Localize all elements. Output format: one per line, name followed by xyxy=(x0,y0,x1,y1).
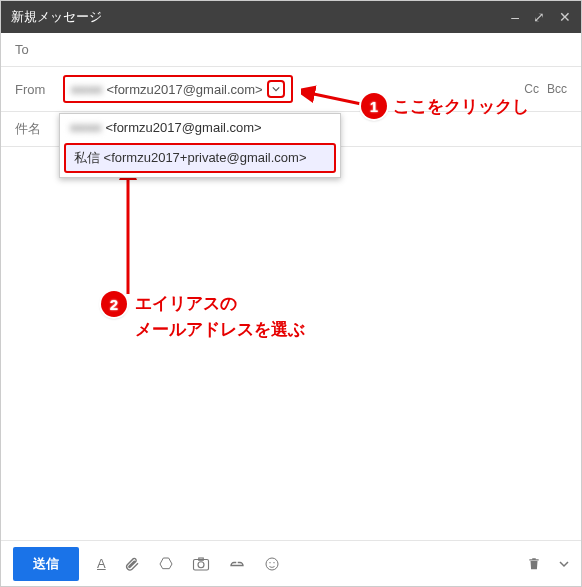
step-badge-1: 1 xyxy=(361,93,387,119)
svg-point-5 xyxy=(266,558,278,570)
option1-name-masked: ■■■■ xyxy=(70,120,101,135)
compose-title: 新規メッセージ xyxy=(11,8,511,26)
compose-toolbar: 送信 A xyxy=(1,540,581,586)
compose-header: 新規メッセージ – ⤢ ✕ xyxy=(1,1,581,33)
from-option-default[interactable]: ■■■■ <formzu2017@gmail.com> xyxy=(60,114,340,141)
svg-point-6 xyxy=(269,562,270,563)
format-icon[interactable]: A xyxy=(97,556,106,571)
from-dropdown-menu: ■■■■ <formzu2017@gmail.com> 私信 <formzu20… xyxy=(59,113,341,178)
to-row[interactable]: To xyxy=(1,33,581,67)
step-text-1: ここをクリックし xyxy=(393,95,529,118)
option1-email: <formzu2017@gmail.com> xyxy=(105,120,261,135)
minimize-icon[interactable]: – xyxy=(511,9,519,25)
cc-bcc-links: Cc Bcc xyxy=(524,82,567,96)
emoji-icon[interactable] xyxy=(264,556,280,572)
from-label: From xyxy=(15,82,63,97)
svg-point-3 xyxy=(198,561,204,567)
send-button[interactable]: 送信 xyxy=(13,547,79,581)
from-dropdown-button[interactable] xyxy=(267,80,285,98)
to-label: To xyxy=(15,42,63,57)
link-icon[interactable] xyxy=(228,558,246,570)
bcc-link[interactable]: Bcc xyxy=(547,82,567,96)
from-selector[interactable]: ■■■■ <formzu2017@gmail.com> xyxy=(63,75,293,103)
more-icon[interactable] xyxy=(559,559,569,569)
header-controls: – ⤢ ✕ xyxy=(511,9,571,25)
expand-icon[interactable]: ⤢ xyxy=(533,9,545,25)
trash-icon[interactable] xyxy=(527,556,541,572)
option2-label: 私信 <formzu2017+private@gmail.com> xyxy=(74,149,307,167)
photo-icon[interactable] xyxy=(192,556,210,572)
annotation-1: 1 ここをクリックし xyxy=(361,93,529,119)
chevron-down-icon xyxy=(272,85,280,93)
subject-label: 件名 xyxy=(15,120,63,138)
close-icon[interactable]: ✕ xyxy=(559,9,571,25)
attach-icon[interactable] xyxy=(124,556,140,572)
drive-icon[interactable] xyxy=(158,556,174,572)
svg-point-7 xyxy=(273,562,274,563)
svg-rect-2 xyxy=(193,559,208,570)
step-badge-2: 2 xyxy=(101,291,127,317)
annotation-2: 2 エイリアスの メールアドレスを選ぶ xyxy=(101,291,305,342)
from-email: <formzu2017@gmail.com> xyxy=(106,82,262,97)
from-option-alias[interactable]: 私信 <formzu2017+private@gmail.com> xyxy=(64,143,336,173)
from-name-masked: ■■■■ xyxy=(71,82,102,97)
step-text-2: エイリアスの メールアドレスを選ぶ xyxy=(135,291,305,342)
